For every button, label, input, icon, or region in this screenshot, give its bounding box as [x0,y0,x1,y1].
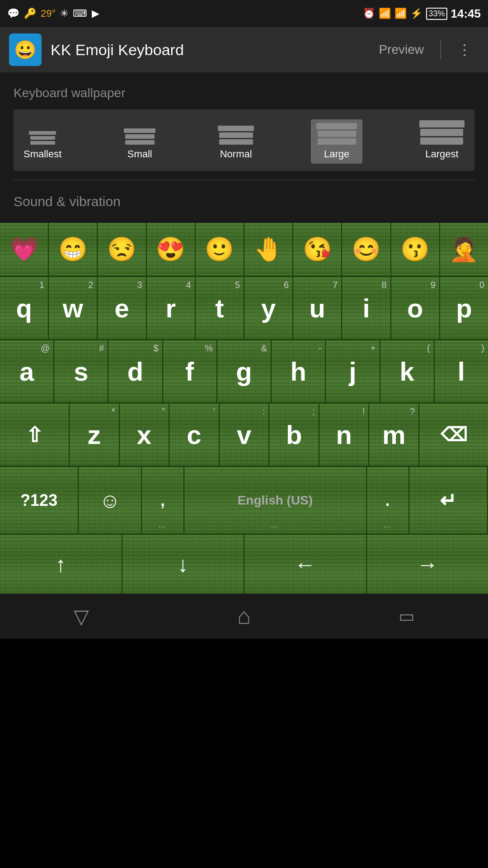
size-option-small[interactable]: Small [118,125,161,164]
emoji-key-3[interactable]: 😍 [147,223,196,276]
key-w-number: 2 [88,280,93,290]
key-a-symbol: @ [41,343,50,354]
key-g[interactable]: &g [217,340,272,402]
numbers-key[interactable]: ?123 [0,467,79,533]
key-k[interactable]: (k [380,340,435,402]
key-i[interactable]: 8i [342,277,391,339]
function-row: ?123 ☺ , ··· English (US) ··· . ··· ↵ [0,467,488,535]
key-n[interactable]: !n [319,404,370,466]
more-options-button[interactable]: ⋮ [450,37,479,63]
emoji-toggle-key[interactable]: ☺ [79,467,142,533]
emoji-key-6[interactable]: 😘 [293,223,342,276]
key-s[interactable]: #s [54,340,108,402]
size-option-largest[interactable]: Largest [414,117,470,164]
size-label-large: Large [324,148,349,160]
key-x[interactable]: "x [120,404,170,466]
key-t[interactable]: 5t [196,277,244,339]
arrow-down-key[interactable]: ↓ [122,535,245,594]
emoji-key-4[interactable]: 🙂 [196,223,244,276]
space-key[interactable]: English (US) ··· [184,467,367,533]
key-h[interactable]: -h [272,340,326,402]
brightness-icon: ✳ [60,8,68,19]
key-c[interactable]: 'c [169,404,220,466]
home-button[interactable]: ⌂ [221,603,267,630]
battery-charging-icon: ⚡ [410,8,422,19]
emoji-key-7[interactable]: 😊 [342,223,391,276]
settings-area: Keyboard wallpaper Smallest Small [0,72,488,223]
app-icon: 😀 [9,33,42,66]
key-z[interactable]: *z [70,404,120,466]
backspace-key[interactable]: ⌫ [419,404,488,466]
status-left-icons: 💬 🔑 29° ✳ ⌨ ▶ [7,8,99,19]
key-i-number: 8 [382,280,387,290]
emoji-key-1[interactable]: 😁 [49,223,98,276]
size-label-normal: Normal [220,148,252,160]
key-m-symbol: ? [410,406,415,417]
smiley-icon: ☺ [99,488,121,513]
size-option-large[interactable]: Large [311,119,362,164]
comma-dots: ··· [159,524,167,531]
arrow-right-key[interactable]: → [367,535,488,594]
largest-keyboard-icon [419,120,465,145]
enter-key[interactable]: ↵ [409,467,488,533]
key-y[interactable]: 6y [244,277,293,339]
emoji-row: 💗 😁 😒 😍 🙂 🤚 😘 😊 😗 🤦 [0,223,488,277]
size-label-largest: Largest [425,148,458,160]
back-button[interactable]: ▽ [59,603,104,630]
normal-keyboard-icon [218,126,254,145]
size-label-smallest: Smallest [23,148,61,160]
play-icon: ▶ [92,8,99,19]
space-dots: ··· [271,524,279,531]
keyboard-icon: ⌨ [73,8,87,19]
key-a[interactable]: @a [0,340,54,402]
key-r[interactable]: 4r [147,277,196,339]
wifi-icon: 📶 [379,8,391,19]
recents-button[interactable]: ▭ [384,603,429,630]
wallpaper-section-title: Keyboard wallpaper [14,86,474,100]
key-w[interactable]: 2w [49,277,98,339]
size-option-smallest[interactable]: Smallest [18,127,67,164]
key-b[interactable]: ;b [269,404,319,466]
small-keyboard-icon [124,128,155,145]
emoji-key-8[interactable]: 😗 [391,223,440,276]
arrow-row: ↑ ↓ ← → [0,535,488,594]
period-key[interactable]: . ··· [367,467,409,533]
comma-key[interactable]: , ··· [142,467,184,533]
app-header: 😀 KK Emoji Keyboard Preview ⋮ [0,27,488,72]
key-g-symbol: & [261,343,267,354]
key-j-symbol: + [371,343,376,354]
preview-button[interactable]: Preview [371,38,431,61]
key-f[interactable]: %f [163,340,217,402]
key-q[interactable]: 1q [0,277,49,339]
emoji-key-9[interactable]: 🤦 [440,223,488,276]
key-b-symbol: ; [312,406,315,417]
key-p[interactable]: 0p [440,277,488,339]
app-title: KK Emoji Keyboard [51,41,362,59]
arrow-up-key[interactable]: ↑ [0,535,122,594]
emoji-key-0[interactable]: 💗 [0,223,49,276]
key-o[interactable]: 9o [391,277,440,339]
key-v[interactable]: :v [220,404,270,466]
arrow-left-key[interactable]: ← [244,535,367,594]
key-e-number: 3 [137,280,142,290]
key-l[interactable]: )l [435,340,488,402]
key-u[interactable]: 7u [293,277,342,339]
shift-key[interactable]: ⇧ [0,404,70,466]
emoji-key-2[interactable]: 😒 [98,223,146,276]
key-j[interactable]: +j [326,340,380,402]
keyboard-row-3: ⇧ *z "x 'c :v ;b !n ?m ⌫ [0,404,488,467]
navigation-bar: ▽ ⌂ ▭ [0,594,488,639]
key-icon: 🔑 [24,8,36,19]
key-e[interactable]: 3e [98,277,146,339]
key-v-symbol: : [263,406,265,417]
emoji-key-5[interactable]: 🤚 [244,223,293,276]
key-d[interactable]: $d [108,340,163,402]
alarm-icon: ⏰ [363,8,375,19]
key-t-number: 5 [235,280,240,290]
status-right-icons: ⏰ 📶 📶 ⚡ 33% 14:45 [363,7,481,21]
key-m[interactable]: ?m [369,404,419,466]
section-divider [14,180,474,180]
key-q-number: 1 [39,280,44,290]
size-option-normal[interactable]: Normal [212,122,259,164]
keyboard-row-1: 1q 2w 3e 4r 5t 6y 7u 8i 9o 0p [0,277,488,340]
